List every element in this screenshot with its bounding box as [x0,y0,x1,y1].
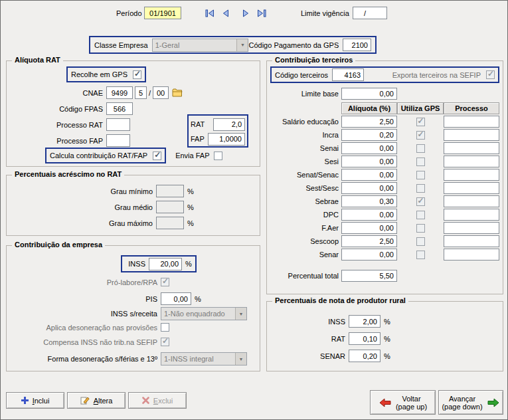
group-aliquota-rat: Alíquota RAT Recolhe em GPS CNAE 9499 5 … [6,60,260,167]
chevron-down-icon: ▼ [235,353,246,365]
aliquota-field[interactable]: 2,50 [341,235,397,247]
row-label: Sesi [268,158,339,165]
utiliza-gps-checkbox[interactable] [416,144,425,153]
utiliza-gps-checkbox[interactable] [416,184,425,193]
table-row-senai: Senai 0,00 [268,142,499,154]
codigo-terceiros-input[interactable]: 4163 [332,68,364,81]
class-select[interactable]: 1-Geral ▼ [152,39,249,52]
grau-minimo-input[interactable] [156,185,184,197]
aliquota-field[interactable]: 0,20 [341,129,397,141]
nav-first-button[interactable] [203,7,216,19]
aliquota-field[interactable]: 0,00 [341,156,397,167]
class-label: Classe Empresa [94,41,148,49]
utiliza-gps-checkbox[interactable] [416,251,425,259]
processo-field[interactable] [444,182,499,194]
voltar-button[interactable]: Voltar (page up) [370,390,436,415]
rat-input[interactable]: 2,0 [213,118,245,131]
fap-value-label: FAP [191,135,205,143]
grau-medio-input[interactable] [156,201,184,213]
utiliza-gps-checkbox[interactable] [416,118,425,126]
processo-rat-row: Processo RAT [7,118,130,131]
chevron-down-icon: ▼ [236,39,248,51]
aliquota-field[interactable]: 0,00 [341,209,397,221]
processo-rat-input[interactable] [106,118,130,131]
gps-code-input[interactable]: 2100 [343,39,371,51]
aliquota-field[interactable]: 0,30 [341,195,397,207]
aliquota-field[interactable]: 0,00 [341,182,397,194]
plus-icon [21,397,29,404]
pis-input[interactable]: 0,00 [161,292,191,305]
limite-base-input[interactable]: 0,00 [341,88,397,100]
utiliza-gps-checkbox[interactable] [416,158,425,166]
cnae-input[interactable]: 9499 [106,86,133,99]
aliquota-field[interactable]: 0,00 [341,142,397,154]
produtor-rat-label: RAT [267,335,345,343]
aliquota-field[interactable]: 0,00 [341,249,397,261]
recolhe-gps-checkbox[interactable] [133,70,141,79]
aliquota-field[interactable]: 0,00 [341,169,397,181]
aplica-desoneracao-label: Aplica desoneração nas provisões [7,324,157,332]
header-aliquota: Alíquota (%) [341,102,397,114]
utiliza-gps-checkbox[interactable] [416,171,425,179]
exporta-sefip-checkbox[interactable] [486,70,495,79]
pis-label: PIS [7,295,157,303]
limite-base-row: Limite base 0,00 [268,88,397,100]
nav-previous-button[interactable] [219,7,232,19]
processo-field[interactable] [444,116,499,128]
processo-field[interactable] [444,169,499,181]
aplica-desoneracao-row: Aplica desoneração nas provisões [7,323,169,332]
processo-field[interactable] [444,222,499,234]
limit-input[interactable]: / [353,7,387,19]
arrow-left-icon [379,397,392,408]
processo-field[interactable] [444,249,499,261]
voltar-label: Voltar (page up) [396,395,427,411]
fpas-input[interactable]: 566 [106,102,133,115]
cnae-lookup-icon[interactable] [172,88,183,97]
aliquota-field[interactable]: 2,50 [341,116,397,128]
alterar-button[interactable]: Altera [67,392,126,409]
processo-field[interactable] [444,195,499,207]
voltar-text: Voltar [396,395,427,403]
processo-field[interactable] [444,156,499,167]
inss-receita-select[interactable]: 1-Não enquadrado ▼ [161,307,247,320]
inss-input[interactable]: 20,00 [149,258,182,270]
header-utiliza-gps: Utiliza GPS [397,102,444,114]
produtor-inss-input[interactable]: 2,00 [349,315,381,328]
processo-field[interactable] [444,129,499,141]
cnae-suffix-input[interactable]: 00 [153,86,169,99]
prolabore-checkbox[interactable] [161,278,169,286]
row-label: DPC [268,211,339,219]
avancar-button[interactable]: Avançar (page down) [438,390,503,415]
nav-last-button[interactable] [255,7,268,19]
row-label: Senar [268,251,339,259]
compensa-inss-checkbox[interactable] [161,338,169,346]
cnae-digit-input[interactable]: 5 [135,86,147,99]
grau-maximo-input[interactable] [156,217,184,229]
envia-fap-checkbox[interactable] [214,152,222,160]
produtor-senar-input[interactable]: 0,20 [349,350,381,362]
forma-desoneracao-select[interactable]: 1-INSS integral ▼ [161,352,247,366]
percentual-total-input[interactable]: 5,50 [341,270,397,282]
incluir-button[interactable]: Inclui [6,392,64,409]
utiliza-gps-checkbox[interactable] [416,131,425,140]
processo-fap-input[interactable] [106,134,130,147]
utiliza-gps-checkbox[interactable] [416,237,425,246]
cnae-label: CNAE [7,89,103,97]
table-row-sescoop: Sescoop 2,50 [268,235,499,247]
processo-field[interactable] [444,235,499,247]
period-input[interactable]: 01/1901 [144,7,181,19]
processo-field[interactable] [444,142,499,154]
calcula-rat-fap-label: Calcula contribuição RAT/FAP [50,152,147,159]
calcula-rat-fap-checkbox[interactable] [153,152,161,160]
excluir-button[interactable]: Exclui [128,392,187,409]
nav-next-button[interactable] [239,7,252,19]
aliquota-field[interactable]: 0,00 [341,222,397,234]
utiliza-gps-checkbox[interactable] [416,224,425,233]
processo-field[interactable] [444,209,499,221]
utiliza-gps-checkbox[interactable] [416,197,425,206]
utiliza-gps-checkbox[interactable] [416,211,425,219]
aplica-desoneracao-checkbox[interactable] [161,323,169,332]
group-acrescimo-rat: Percentuais acréscimo no RAT Grau mínimo… [6,175,260,236]
produtor-rat-input[interactable]: 0,10 [349,332,381,345]
fap-input[interactable]: 1,0000 [208,133,245,146]
